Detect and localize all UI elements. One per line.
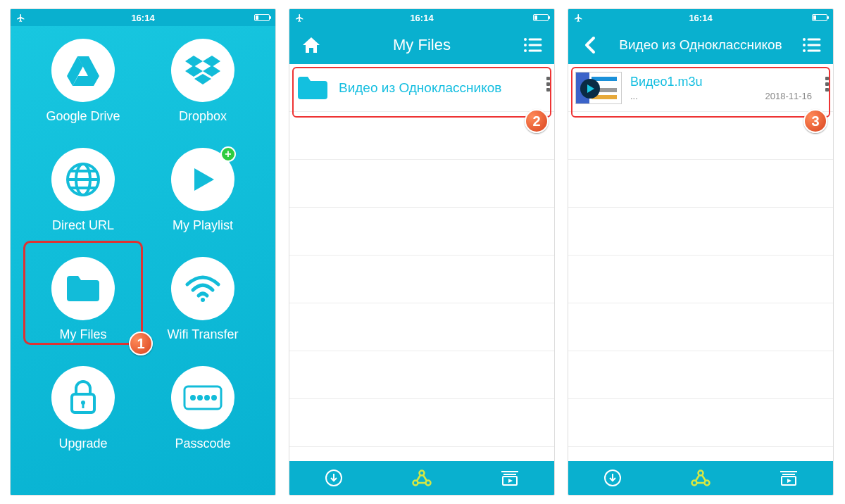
- svg-point-10: [192, 396, 195, 400]
- svg-point-18: [524, 49, 527, 52]
- svg-point-35: [698, 471, 703, 476]
- plus-badge: +: [220, 146, 236, 162]
- svg-point-5: [201, 298, 205, 302]
- home-grid: Google Drive Dropbox Direct URL +: [11, 26, 275, 495]
- svg-point-21: [413, 481, 418, 486]
- empty-row: [289, 112, 554, 160]
- empty-row: [289, 303, 554, 351]
- empty-row: [568, 303, 833, 351]
- cell-dropbox[interactable]: Dropbox: [143, 39, 263, 124]
- label-dropbox: Dropbox: [179, 109, 227, 124]
- svg-point-36: [704, 481, 709, 486]
- svg-point-27: [803, 38, 806, 41]
- empty-row: [289, 256, 554, 303]
- cell-direct-url[interactable]: Direct URL: [23, 148, 143, 233]
- svg-point-16: [524, 44, 527, 46]
- folder-row[interactable]: Видео из Одноклассников: [289, 64, 554, 112]
- empty-row: [568, 351, 833, 399]
- menu-button[interactable]: [799, 37, 823, 53]
- header-title: Видео из Одноклассников: [602, 37, 799, 53]
- passcode-icon: [171, 366, 234, 429]
- file-sub: ...: [630, 91, 638, 101]
- status-bar: 16:14: [11, 9, 275, 26]
- cell-wifi-transfer[interactable]: Wifi Transfer: [143, 257, 263, 342]
- empty-row: [568, 399, 833, 447]
- back-button[interactable]: [578, 35, 602, 55]
- svg-point-12: [206, 396, 209, 400]
- status-time: 16:14: [131, 13, 154, 23]
- play-icon: +: [171, 148, 234, 211]
- file-list: Видео1.m3u ... 2018-11-16 3: [568, 64, 833, 461]
- step-badge-3: 3: [803, 109, 827, 133]
- more-icon[interactable]: [825, 77, 829, 92]
- label-google-drive: Google Drive: [46, 109, 120, 124]
- label-upgrade: Upgrade: [58, 436, 107, 451]
- globe-icon: [51, 148, 115, 211]
- more-icon[interactable]: [546, 77, 550, 92]
- battery-icon: [533, 14, 549, 21]
- svg-point-31: [803, 49, 806, 52]
- folder-icon: [51, 257, 115, 320]
- empty-row: [568, 256, 833, 303]
- playlist-button[interactable]: [496, 470, 524, 486]
- label-my-playlist: My Playlist: [173, 218, 233, 233]
- header: My Files: [289, 26, 554, 64]
- header-title: My Files: [323, 36, 520, 54]
- label-wifi-transfer: Wifi Transfer: [167, 327, 238, 342]
- empty-row: [289, 399, 554, 447]
- video-thumbnail: [575, 72, 622, 104]
- battery-icon: [812, 14, 827, 21]
- status-bar: 16:14: [568, 9, 833, 26]
- home-button[interactable]: [299, 36, 323, 54]
- step-badge-1: 1: [129, 332, 153, 355]
- svg-point-11: [199, 396, 202, 400]
- menu-button[interactable]: [520, 37, 544, 53]
- folder-label: Видео из Одноклассников: [339, 80, 501, 96]
- screen-home: 16:14 Google Drive Dropbox: [10, 8, 276, 496]
- lock-icon: [51, 366, 115, 429]
- empty-row: [568, 112, 833, 160]
- status-time: 16:14: [689, 13, 712, 23]
- empty-row: [289, 160, 554, 208]
- svg-point-29: [803, 44, 806, 46]
- file-name: Видео1.m3u: [630, 75, 826, 89]
- dropbox-icon: [171, 39, 234, 102]
- cell-google-drive[interactable]: Google Drive: [23, 39, 143, 124]
- empty-row: [289, 351, 554, 399]
- battery-icon: [254, 14, 270, 21]
- wifi-icon: [171, 257, 234, 320]
- empty-row: [568, 208, 833, 256]
- share-button[interactable]: [408, 469, 436, 487]
- file-row[interactable]: Видео1.m3u ... 2018-11-16: [568, 64, 833, 112]
- bottom-bar: [568, 461, 833, 495]
- playlist-button[interactable]: [775, 470, 803, 486]
- cell-passcode[interactable]: Passcode: [143, 366, 263, 451]
- svg-point-14: [524, 38, 527, 41]
- cell-my-playlist[interactable]: + My Playlist: [143, 148, 263, 233]
- empty-row: [289, 208, 554, 256]
- download-button[interactable]: [320, 469, 348, 487]
- label-my-files: My Files: [60, 327, 107, 342]
- svg-point-34: [691, 481, 696, 486]
- label-passcode: Passcode: [175, 436, 230, 451]
- file-list: Видео из Одноклассников 2: [289, 64, 554, 461]
- status-time: 16:14: [410, 13, 433, 23]
- cell-upgrade[interactable]: Upgrade: [23, 366, 143, 451]
- status-bar: 16:14: [289, 9, 554, 26]
- download-button[interactable]: [599, 469, 627, 487]
- bottom-bar: [289, 461, 554, 495]
- step-badge-2: 2: [525, 109, 549, 133]
- airplane-icon: [574, 13, 583, 23]
- svg-point-23: [425, 481, 430, 486]
- google-drive-icon: [51, 39, 115, 102]
- play-overlay-icon: [580, 79, 600, 99]
- share-button[interactable]: [687, 469, 715, 487]
- label-direct-url: Direct URL: [52, 218, 114, 233]
- header: Видео из Одноклассников: [568, 26, 833, 64]
- cell-my-files[interactable]: My Files: [23, 257, 143, 342]
- empty-row: [568, 160, 833, 208]
- airplane-icon: [16, 13, 25, 23]
- svg-point-22: [419, 471, 424, 476]
- file-date: 2018-11-16: [765, 91, 813, 101]
- svg-point-13: [213, 396, 216, 400]
